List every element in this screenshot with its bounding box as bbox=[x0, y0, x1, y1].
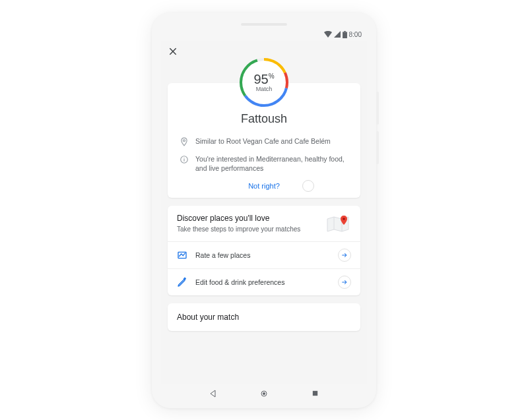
volume-down-button bbox=[376, 131, 379, 164]
discover-subtitle: Take these steps to improve your matches bbox=[177, 225, 319, 233]
not-right-link[interactable]: Not right? bbox=[248, 182, 280, 190]
action-rate-arrow[interactable] bbox=[338, 249, 351, 262]
cell-signal-icon bbox=[334, 31, 341, 38]
info-icon bbox=[180, 155, 189, 164]
nav-recent-icon[interactable] bbox=[312, 390, 319, 397]
rate-icon bbox=[177, 250, 187, 260]
svg-rect-13 bbox=[313, 391, 317, 396]
reason-interest: You're interested in Mediterranean, heal… bbox=[168, 152, 360, 175]
map-pin-illustration bbox=[326, 214, 351, 233]
volume-up-button bbox=[376, 92, 379, 125]
discover-title: Discover places you'll love bbox=[177, 214, 319, 223]
svg-rect-1 bbox=[344, 31, 346, 32]
action-rate-places[interactable]: Rate a few places bbox=[168, 242, 360, 269]
reason-similar: Similar to Root Vegan Cafe and Cafe Belé… bbox=[168, 134, 360, 152]
status-time: 8:00 bbox=[349, 31, 362, 38]
match-label: Match bbox=[256, 86, 273, 92]
svg-point-9 bbox=[343, 218, 345, 220]
svg-point-7 bbox=[183, 139, 185, 141]
nav-home-icon[interactable] bbox=[260, 390, 268, 398]
about-match-title: About your match bbox=[177, 313, 351, 322]
svg-point-12 bbox=[263, 392, 265, 395]
android-nav-bar bbox=[161, 384, 367, 403]
discover-header: Discover places you'll love Take these s… bbox=[168, 206, 360, 242]
action-edit-arrow[interactable] bbox=[338, 276, 351, 289]
place-title: Fattoush bbox=[168, 112, 360, 126]
phone-speaker bbox=[241, 23, 287, 26]
match-percent: 95% bbox=[253, 72, 274, 87]
reason-interest-text: You're interested in Mediterranean, heal… bbox=[195, 154, 348, 173]
svg-rect-0 bbox=[343, 32, 347, 38]
screen-content: 95% Match Fattoush Similar to Root Vegan… bbox=[161, 41, 367, 384]
action-edit-label: Edit food & drink preferences bbox=[195, 278, 330, 286]
wifi-icon bbox=[324, 31, 332, 38]
pin-outline-icon bbox=[180, 137, 189, 146]
discover-card: Discover places you'll love Take these s… bbox=[168, 206, 360, 295]
about-match-card: About your match bbox=[168, 303, 360, 331]
phone-frame: 8:00 95% Match bbox=[152, 13, 376, 408]
action-edit-preferences[interactable]: Edit food & drink preferences bbox=[168, 269, 360, 295]
nav-back-icon[interactable] bbox=[209, 390, 217, 398]
battery-icon bbox=[343, 31, 347, 38]
not-right-indicator[interactable] bbox=[302, 180, 314, 192]
action-rate-label: Rate a few places bbox=[195, 251, 330, 259]
status-bar: 8:00 bbox=[161, 30, 367, 41]
match-ring: 95% Match bbox=[161, 57, 367, 108]
pencil-icon bbox=[177, 277, 187, 287]
arrow-right-icon bbox=[341, 252, 348, 258]
close-button[interactable] bbox=[166, 45, 180, 58]
arrow-right-icon bbox=[341, 279, 348, 285]
reason-similar-text: Similar to Root Vegan Cafe and Cafe Belé… bbox=[195, 136, 331, 146]
close-icon bbox=[168, 47, 178, 56]
